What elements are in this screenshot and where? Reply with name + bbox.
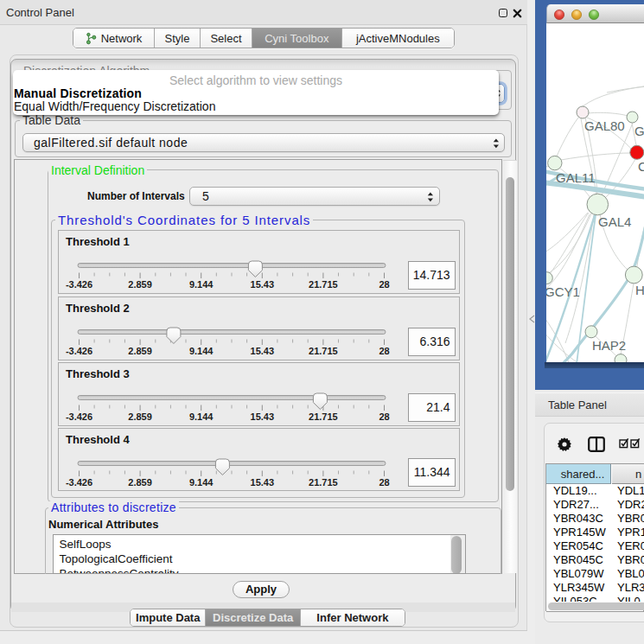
- svg-text:21.715: 21.715: [309, 411, 338, 422]
- svg-text:15.43: 15.43: [251, 476, 275, 487]
- svg-text:2.859: 2.859: [128, 279, 152, 290]
- svg-text:-3.426: -3.426: [66, 476, 92, 487]
- svg-text:21.715: 21.715: [309, 279, 338, 290]
- svg-text:28: 28: [379, 346, 389, 356]
- svg-text:GAL4: GAL4: [598, 214, 631, 229]
- svg-text:H: H: [635, 283, 644, 297]
- svg-text:GCY1: GCY1: [546, 284, 580, 299]
- svg-text:21.715: 21.715: [309, 346, 338, 356]
- svg-text:-3.426: -3.426: [66, 279, 92, 290]
- svg-text:28: 28: [379, 279, 389, 290]
- svg-text:HAP2: HAP2: [592, 338, 626, 353]
- svg-text:9.144: 9.144: [189, 279, 214, 290]
- svg-text:9.144: 9.144: [189, 476, 214, 487]
- svg-text:2.859: 2.859: [128, 346, 152, 356]
- svg-text:2.859: 2.859: [128, 411, 152, 422]
- svg-text:2.859: 2.859: [128, 476, 152, 487]
- svg-text:28: 28: [379, 476, 389, 487]
- svg-text:15.43: 15.43: [251, 279, 275, 290]
- svg-text:21.715: 21.715: [309, 476, 338, 487]
- svg-text:28: 28: [379, 411, 389, 422]
- svg-text:15.43: 15.43: [251, 411, 275, 422]
- svg-text:15.43: 15.43: [251, 346, 275, 356]
- svg-text:-3.426: -3.426: [66, 346, 92, 356]
- svg-text:GAL80: GAL80: [584, 118, 625, 133]
- svg-text:GAL11: GAL11: [556, 170, 596, 185]
- svg-text:9.144: 9.144: [189, 411, 214, 422]
- svg-text:C: C: [638, 159, 644, 174]
- svg-text:G: G: [634, 124, 644, 138]
- svg-text:-3.426: -3.426: [66, 411, 92, 422]
- svg-text:9.144: 9.144: [189, 346, 214, 356]
